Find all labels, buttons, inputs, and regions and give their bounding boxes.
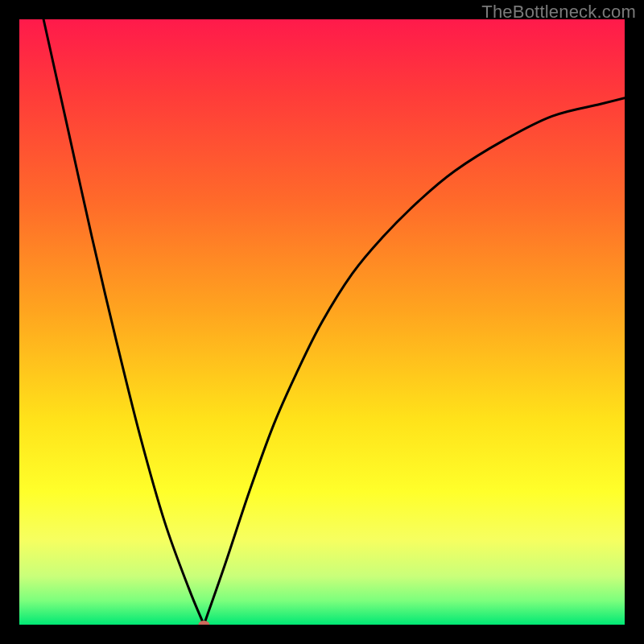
chart-frame — [19, 19, 625, 625]
watermark-text: TheBottleneck.com — [481, 2, 636, 23]
bottleneck-chart — [19, 19, 625, 625]
